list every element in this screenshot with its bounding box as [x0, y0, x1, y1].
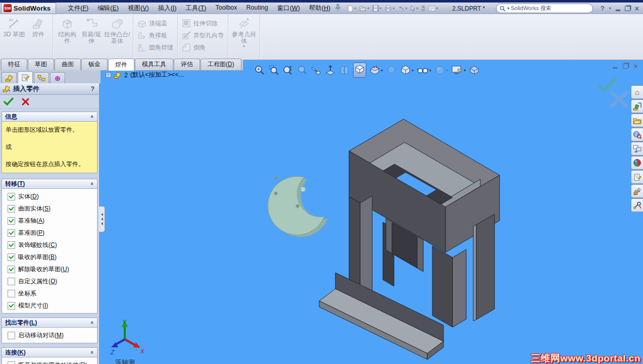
- view-settings-icon[interactable]: [469, 65, 480, 76]
- crescent-part[interactable]: [268, 176, 328, 237]
- panel-collapse-handle[interactable]: [99, 206, 105, 232]
- end-cap-button[interactable]: 顶端盖: [135, 18, 175, 28]
- help-button[interactable]: ?: [601, 5, 605, 12]
- menu-window[interactable]: 窗口(W): [273, 3, 305, 14]
- search-dropdown-icon[interactable]: ▾: [507, 6, 509, 11]
- file-explorer-tab[interactable]: [631, 114, 643, 127]
- extrude-boss-button[interactable]: 拉伸凸台/基体: [104, 16, 131, 45]
- checkbox-unabsorbed-sketches[interactable]: 解除吸收的草图(U): [3, 263, 96, 275]
- checkbox-custom-properties[interactable]: 自定义属性(O): [3, 275, 96, 287]
- zoom-to-area-icon[interactable]: [268, 65, 279, 76]
- feature-tree-node[interactable]: + 2 (默认<按加工><<...: [106, 71, 184, 79]
- tab-drawing[interactable]: 工程图(D): [201, 59, 241, 70]
- checkbox-coordinate-systems[interactable]: 坐标系: [3, 287, 96, 299]
- view-palette-tab[interactable]: [631, 142, 643, 155]
- reference-geometry-dropdown-icon[interactable]: ▾: [243, 43, 245, 49]
- property-manager-tab[interactable]: [18, 71, 33, 83]
- menu-help[interactable]: 帮助(H): [305, 3, 335, 14]
- tab-sheet-metal[interactable]: 钣金: [81, 59, 108, 70]
- gusset-button[interactable]: 角撑板: [135, 30, 175, 40]
- ok-button[interactable]: [4, 97, 14, 106]
- menu-routing[interactable]: Routing: [242, 3, 273, 14]
- confirm-cancel-ghost-icon[interactable]: [609, 90, 629, 109]
- section-transfer-header[interactable]: 转移(T)«: [2, 179, 97, 189]
- tab-weldments[interactable]: 焊件: [108, 59, 134, 71]
- menu-toolbox[interactable]: Toolbox: [211, 3, 241, 14]
- menu-tools[interactable]: 工具(T): [181, 3, 211, 14]
- chamfer-button[interactable]: 倒角: [180, 42, 226, 53]
- print-button[interactable]: ▾: [383, 5, 395, 12]
- menu-view[interactable]: 视图(V): [123, 3, 154, 14]
- rebuild-button[interactable]: [420, 5, 426, 12]
- close-button[interactable]: ×: [635, 6, 639, 11]
- menu-file[interactable]: 文件(F): [63, 3, 93, 14]
- section-link-header[interactable]: 连接(K)«: [2, 347, 97, 357]
- open-button[interactable]: ▾: [358, 5, 370, 12]
- expand-icon[interactable]: +: [106, 72, 111, 78]
- checkbox-break-link[interactable]: 断开与原有零件的连接(R): [3, 359, 96, 364]
- menu-insert[interactable]: 插入(I): [154, 3, 181, 14]
- section-info-header[interactable]: 信息«: [2, 112, 97, 122]
- hole-wizard-button[interactable]: 异型孔向导: [180, 30, 226, 40]
- dimxpert-manager-tab[interactable]: ⊕: [50, 72, 65, 83]
- section-locate-header[interactable]: 找出零件(L)«: [2, 318, 97, 328]
- checkbox-absorbed-sketches[interactable]: 吸收的草图(B): [3, 251, 96, 263]
- solidworks-resources-tab[interactable]: ⌂: [631, 85, 643, 99]
- view-orientation-button[interactable]: ▾: [400, 65, 414, 76]
- checkbox-solid-bodies[interactable]: 实体(D): [3, 190, 96, 202]
- checkbox-model-dimensions[interactable]: 模型尺寸(I): [3, 299, 96, 311]
- checkbox-cosmetic-threads[interactable]: 装饰螺蚊线(C): [3, 239, 96, 251]
- feature-manager-tab[interactable]: [2, 72, 17, 83]
- apply-scene-button[interactable]: ▾: [451, 65, 466, 76]
- normal-to-icon[interactable]: [325, 65, 336, 76]
- restore-button[interactable]: [625, 6, 630, 11]
- display-style-button[interactable]: [353, 63, 366, 78]
- tab-evaluate[interactable]: 评估: [174, 59, 200, 70]
- reference-geometry-button[interactable]: * 参考几何体 ▾: [230, 16, 258, 45]
- zoom-in-out-icon[interactable]: [282, 65, 293, 76]
- structural-member-button[interactable]: 结构构件: [55, 16, 79, 45]
- 3d-sketch-button[interactable]: 3D 3D 草图: [2, 16, 26, 39]
- select-button[interactable]: ▾: [409, 5, 419, 12]
- help-dropdown-icon[interactable]: ▾: [609, 6, 611, 11]
- search-box[interactable]: ▾ SolidWorks 搜索: [496, 4, 593, 13]
- configuration-manager-tab[interactable]: [34, 72, 49, 83]
- checkbox-launch-move-dialog[interactable]: 启动移动对话(M): [3, 329, 96, 341]
- checkbox-surface-bodies[interactable]: 曲面实体(S): [3, 202, 96, 215]
- settings-tab[interactable]: [631, 198, 643, 212]
- design-library-tab[interactable]: [631, 99, 643, 113]
- search-results-tab[interactable]: [631, 128, 643, 141]
- tab-sketch[interactable]: 草图: [28, 59, 54, 70]
- appearances-scenes-tab[interactable]: [631, 156, 643, 170]
- search-input[interactable]: SolidWorks 搜索: [511, 5, 551, 12]
- minimize-button[interactable]: [616, 10, 620, 11]
- doc-restore-button[interactable]: [623, 64, 628, 69]
- new-document-button[interactable]: ▾: [346, 5, 357, 13]
- rotate-view-icon[interactable]: [311, 65, 322, 76]
- section-view-button[interactable]: ▾: [369, 65, 383, 76]
- menu-edit[interactable]: 编辑(E): [93, 3, 123, 14]
- doc-close-button[interactable]: ×: [634, 64, 638, 69]
- checkbox-axes[interactable]: 基准轴(A): [3, 215, 96, 227]
- fillet-bead-button[interactable]: 圆角焊缝: [135, 42, 175, 53]
- undo-button[interactable]: ▾: [397, 5, 408, 12]
- zoom-to-fit-icon[interactable]: [254, 65, 265, 76]
- tab-mold-tools[interactable]: 模具工具: [135, 59, 173, 70]
- save-button[interactable]: ▾: [371, 5, 382, 12]
- weldment-button[interactable]: 焊件: [26, 16, 51, 39]
- tab-surfaces[interactable]: 曲面: [55, 59, 81, 70]
- hide-show-items-button[interactable]: ▾: [417, 65, 431, 76]
- frame-model[interactable]: [319, 119, 500, 359]
- options-button[interactable]: ▾: [427, 5, 439, 12]
- trim-extend-button[interactable]: 剪裁/延伸: [79, 16, 104, 45]
- pin-menu-icon[interactable]: [335, 4, 341, 13]
- custom-properties-tab[interactable]: [631, 170, 643, 184]
- cancel-button[interactable]: [22, 98, 29, 106]
- graphics-area[interactable]: [99, 69, 643, 364]
- extruded-cut-button[interactable]: 拉伸切除: [180, 18, 226, 28]
- doc-minimize-button[interactable]: [613, 67, 617, 69]
- checkbox-planes[interactable]: 基准面(P): [3, 227, 96, 239]
- tab-features[interactable]: 特征: [1, 59, 27, 70]
- panel-help-button[interactable]: ?: [89, 85, 96, 92]
- built-parts-tab[interactable]: [631, 184, 643, 198]
